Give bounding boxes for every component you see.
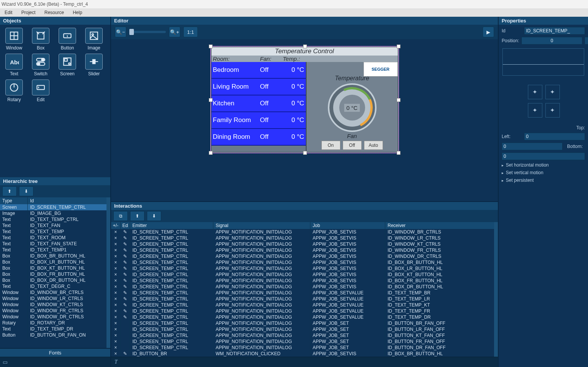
interaction-row[interactable]: ×✎ID_SCREEN_TEMP_CTRLAPPW_NOTIFICATION_I… — [111, 229, 498, 235]
palette-screen[interactable]: Screen — [56, 54, 79, 76]
interactions-up-button[interactable]: ⬆ — [130, 211, 145, 221]
tree-down-button[interactable]: ⬇ — [19, 186, 33, 196]
tree-up-button[interactable]: ⬆ — [2, 186, 17, 196]
interaction-row[interactable]: ×✎ID_SCREEN_TEMP_CTRLAPPW_NOTIFICATION_I… — [111, 259, 498, 265]
zoom-reset-button[interactable]: 1:1 — [183, 27, 198, 37]
palette-image[interactable]: Image — [82, 28, 106, 51]
menu-project[interactable]: Project — [17, 8, 39, 17]
interaction-row[interactable]: ×✎ID_SCREEN_TEMP_CTRLAPPW_NOTIFICATION_I… — [111, 308, 498, 314]
interaction-row[interactable]: ×✎ID_SCREEN_TEMP_CTRLAPPW_NOTIFICATION_I… — [111, 296, 498, 302]
interaction-row[interactable]: ×✎ID_SCREEN_TEMP_CTRLAPPW_NOTIFICATION_I… — [111, 235, 498, 241]
tree-row[interactable]: TextID_TEXT_TEMP_DR — [0, 326, 110, 332]
room-row[interactable]: KitchenOff0 °C — [211, 95, 306, 112]
room-row[interactable]: Dining RoomOff0 °C — [211, 129, 306, 146]
col-temp: Temp.: — [283, 56, 306, 62]
tree-row[interactable]: TextID_TEXT_ROOM — [0, 235, 110, 241]
interaction-row[interactable]: ×✎ID_SCREEN_TEMP_CTRLAPPW_NOTIFICATION_I… — [111, 247, 498, 253]
fan-on-button[interactable]: On — [321, 141, 340, 150]
prop-pos-y[interactable] — [585, 37, 588, 44]
interactions-table[interactable]: +/- Ed Emitter Signal Job Receiver ×✎ID_… — [111, 222, 498, 357]
tree-row[interactable]: BoxID_BOX_FR_BUTTON_HL — [0, 271, 110, 277]
tree-row[interactable]: BoxID_BOX_DR_BUTTON_HL — [0, 277, 110, 283]
interaction-row[interactable]: ×✎ID_SCREEN_TEMP_CTRLAPPW_NOTIFICATION_I… — [111, 272, 498, 278]
tree-row[interactable]: TextID_TEXT_FAN_STATE — [0, 241, 110, 247]
interaction-row[interactable]: ×✎ID_SCREEN_TEMP_CTRLAPPW_NOTIFICATION_I… — [111, 290, 498, 296]
tree-row[interactable]: WindowID_WINDOW_BR_CTRLS — [0, 289, 110, 296]
disclosure-persistent[interactable]: Set persistent — [502, 178, 585, 183]
tree-scrollbar[interactable] — [106, 197, 110, 348]
palette-button[interactable]: Button — [56, 28, 79, 51]
disclosure-vertical[interactable]: Set vertical motion — [502, 170, 585, 175]
editor-toolbar: 🔍− 🔍+ 1:1 ▶ — [111, 25, 498, 39]
disclosure-horizontal[interactable]: Set horizontal motion — [502, 162, 585, 168]
play-button[interactable]: ▶ — [483, 27, 494, 37]
menu-resource[interactable]: Resource — [41, 8, 68, 17]
interaction-row[interactable]: ×ID_SCREEN_TEMP_CTRLAPPW_NOTIFICATION_IN… — [111, 326, 498, 332]
zoom-slider[interactable] — [129, 31, 166, 33]
zoom-in-button[interactable]: 🔍+ — [169, 27, 180, 37]
interaction-row[interactable]: ×✎ID_SCREEN_TEMP_CTRLAPPW_NOTIFICATION_I… — [111, 314, 498, 320]
editor-canvas[interactable]: Temperature Control Room: Fan: Temp.: Be… — [111, 39, 498, 201]
tree-row[interactable]: ButtonID_BUTTON_DR_FAN_ON — [0, 332, 110, 338]
interaction-row[interactable]: ×ID_SCREEN_TEMP_CTRLAPPW_NOTIFICATION_IN… — [111, 332, 498, 338]
tree-table[interactable]: Type Id ScreenID_SCREEN_TEMP_CTRLImageID… — [0, 197, 110, 348]
zoom-out-button[interactable]: 🔍− — [115, 27, 126, 37]
tree-row[interactable]: WindowID_WINDOW_DR_CTRLS — [0, 314, 110, 320]
tree-row[interactable]: WindowID_WINDOW_KT_CTRLS — [0, 302, 110, 308]
interactions-down-button[interactable]: ⬇ — [147, 211, 161, 221]
tree-row[interactable]: ScreenID_SCREEN_TEMP_CTRL — [0, 204, 110, 210]
temperature-gauge[interactable]: 0 °C — [328, 83, 377, 132]
interaction-row[interactable]: ×ID_SCREEN_TEMP_CTRLAPPW_NOTIFICATION_IN… — [111, 338, 498, 345]
interaction-row[interactable]: ×ID_SCREEN_TEMP_CTRLAPPW_NOTIFICATION_IN… — [111, 345, 498, 351]
interaction-row[interactable]: ×✎ID_BUTTON_BRWM_NOTIFICATION_CLICKEDAPP… — [111, 357, 498, 357]
prop-left-input[interactable] — [502, 143, 563, 150]
prop-id-input[interactable] — [524, 27, 585, 35]
tree-row[interactable]: BoxID_BOX_BR_BUTTON_HL — [0, 253, 110, 259]
align-btn-3[interactable]: ✦ — [528, 103, 542, 118]
tree-row[interactable]: TextID_TEXT_TEMP_CTRL — [0, 216, 110, 222]
room-row[interactable]: Family RoomOff0 °C — [211, 112, 306, 129]
room-row[interactable]: BedroomOff0 °C — [211, 62, 306, 79]
tree-row[interactable]: BoxID_BOX_KT_BUTTON_HL — [0, 265, 110, 271]
palette-box[interactable]: Box — [29, 28, 52, 51]
menu-edit[interactable]: Edit — [1, 8, 16, 17]
fan-off-button[interactable]: Off — [343, 141, 362, 150]
palette-edit[interactable]: Edit — [29, 79, 52, 102]
prop-pos-x[interactable] — [521, 37, 582, 44]
interaction-row[interactable]: ×✎ID_SCREEN_TEMP_CTRLAPPW_NOTIFICATION_I… — [111, 241, 498, 247]
interaction-row[interactable]: ×✎ID_SCREEN_TEMP_CTRLAPPW_NOTIFICATION_I… — [111, 302, 498, 308]
status-icon-1[interactable]: ▭ — [0, 357, 10, 367]
palette-switch[interactable]: Switch — [29, 54, 52, 76]
align-btn-1[interactable]: ✦ — [528, 85, 542, 99]
palette-window[interactable]: Window — [2, 28, 26, 51]
align-btn-4[interactable]: ✦ — [545, 103, 560, 118]
status-text-icon[interactable]: T — [111, 357, 121, 367]
palette-slider[interactable]: Slider — [82, 54, 106, 76]
interaction-row[interactable]: ×✎ID_SCREEN_TEMP_CTRLAPPW_NOTIFICATION_I… — [111, 265, 498, 272]
palette-text[interactable]: AbcText — [2, 54, 26, 76]
interaction-row[interactable]: ×✎ID_SCREEN_TEMP_CTRLAPPW_NOTIFICATION_I… — [111, 278, 498, 284]
palette-rotary[interactable]: Rotary — [2, 79, 26, 102]
interaction-row[interactable]: ×✎ID_SCREEN_TEMP_CTRLAPPW_NOTIFICATION_I… — [111, 253, 498, 259]
tree-row[interactable]: TextID_TEXT_TEMP — [0, 229, 110, 235]
menu-help[interactable]: Help — [69, 8, 86, 17]
screen-selection[interactable]: Temperature Control Room: Fan: Temp.: Be… — [210, 46, 399, 153]
prop-bottom-input[interactable] — [502, 153, 585, 160]
tree-row[interactable]: WindowID_WINDOW_FR_CTRLS — [0, 308, 110, 314]
tree-row[interactable]: ImageID_IMAGE_BG — [0, 210, 110, 216]
tree-row[interactable]: TextID_TEXT_FAN — [0, 222, 110, 229]
interaction-row[interactable]: ×✎ID_BUTTON_BRWM_NOTIFICATION_CLICKEDAPP… — [111, 351, 498, 357]
interactions-copy-button[interactable]: ⧉ — [113, 211, 128, 221]
interactions-scrollbar[interactable] — [494, 222, 498, 357]
fan-auto-button[interactable]: Auto — [364, 141, 383, 150]
tree-row[interactable]: TextID_TEXT_TEMP1 — [0, 247, 110, 253]
interaction-row[interactable]: ×ID_SCREEN_TEMP_CTRLAPPW_NOTIFICATION_IN… — [111, 320, 498, 326]
tree-row[interactable]: BoxID_BOX_LR_BUTTON_HL — [0, 259, 110, 265]
interaction-row[interactable]: ×✎ID_SCREEN_TEMP_CTRLAPPW_NOTIFICATION_I… — [111, 284, 498, 290]
tree-row[interactable]: RotaryID_ROTARY_DR — [0, 320, 110, 326]
room-row[interactable]: Living RoomOff0 °C — [211, 79, 306, 95]
align-btn-2[interactable]: ✦ — [545, 85, 560, 99]
prop-top-input[interactable] — [524, 133, 585, 140]
tree-row[interactable]: TextID_TEXT_DEGR_C — [0, 283, 110, 289]
tree-row[interactable]: WindowID_WINDOW_LR_CTRLS — [0, 296, 110, 302]
